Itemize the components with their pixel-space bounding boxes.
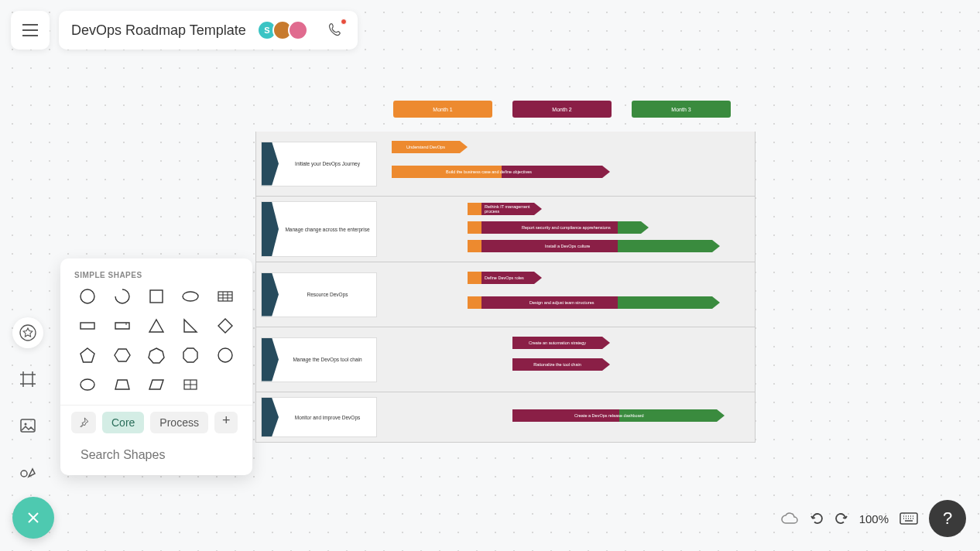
tab-add[interactable]: +: [214, 412, 238, 433]
shapes-panel-heading: SIMPLE SHAPES: [60, 271, 252, 287]
bar-team-structures[interactable]: Design and adjust team structures: [468, 296, 712, 309]
avatar-3[interactable]: [288, 20, 308, 40]
svg-rect-7: [218, 292, 232, 301]
shapes-tool[interactable]: [12, 317, 43, 348]
hamburger-icon: [22, 24, 38, 36]
shape-hexagon[interactable]: [108, 346, 135, 364]
frame-tool[interactable]: [12, 364, 43, 395]
freehand-icon: [19, 463, 37, 481]
shape-rounded[interactable]: [74, 375, 101, 394]
frame-icon: [19, 370, 37, 388]
shape-trapezoid[interactable]: [108, 375, 135, 394]
title-card: DevOps Roadmap Template S: [59, 11, 358, 50]
image-tool[interactable]: [12, 410, 43, 441]
bar-understand-devops[interactable]: Understand DevOps: [392, 141, 460, 153]
swimlane-4[interactable]: Manage the DevOps tool chain Create an a…: [255, 327, 756, 392]
svg-rect-8: [81, 323, 94, 329]
svg-point-3: [21, 471, 27, 477]
cloud-icon: [780, 512, 799, 525]
document-title[interactable]: DevOps Roadmap Template: [71, 22, 246, 39]
bar-rationalize-tools[interactable]: Rationalize the tool chain: [512, 358, 602, 371]
close-panel-button[interactable]: [12, 497, 54, 539]
bar-report-security[interactable]: Report security and compliance apprehens…: [468, 221, 641, 234]
shape-square[interactable]: [143, 287, 170, 306]
tab-core[interactable]: Core: [102, 412, 144, 433]
month-2-header[interactable]: Month 2: [512, 101, 612, 118]
keyboard-icon: [899, 512, 918, 525]
swimlane-1[interactable]: Initiate your DevOps Journey Understand …: [255, 132, 756, 197]
tab-process[interactable]: Process: [150, 412, 208, 433]
svg-rect-5: [150, 290, 163, 303]
help-button[interactable]: ?: [929, 500, 966, 537]
swimlane-3[interactable]: Resource DevOps Define DevOps roles Desi…: [255, 262, 756, 327]
shape-parallelogram[interactable]: [143, 375, 170, 394]
keyboard-button[interactable]: [899, 512, 918, 525]
shape-diamond[interactable]: [212, 317, 238, 335]
pin-tab[interactable]: [71, 412, 96, 433]
shape-heptagon[interactable]: [143, 346, 170, 364]
svg-rect-1: [21, 419, 35, 432]
call-button[interactable]: [325, 20, 345, 40]
cloud-sync-button[interactable]: [780, 512, 799, 525]
redo-button[interactable]: [834, 512, 848, 525]
shape-arc[interactable]: [108, 287, 135, 306]
undo-icon: [810, 512, 824, 525]
pin-icon: [77, 416, 90, 429]
svg-point-10: [81, 379, 94, 390]
svg-point-4: [81, 289, 94, 303]
shape-circle[interactable]: [74, 287, 101, 306]
shape-grid[interactable]: [177, 375, 204, 394]
hamburger-menu[interactable]: [11, 11, 50, 50]
row1-label: Initiate your DevOps Journey: [279, 161, 376, 166]
shape-right-triangle[interactable]: [177, 317, 204, 335]
close-icon: [26, 510, 41, 525]
swimlane-2[interactable]: Manage change across the enterprise Reth…: [255, 197, 756, 262]
month-3-header[interactable]: Month 3: [632, 101, 731, 118]
row2-label: Manage change across the enterprise: [279, 227, 376, 232]
bar-release-dashboard[interactable]: Create a DevOps release dashboard: [512, 409, 717, 422]
bar-install-culture[interactable]: Install a DevOps culture: [468, 240, 712, 252]
row4-label: Manage the DevOps tool chain: [279, 357, 376, 362]
shape-pentagon[interactable]: [74, 346, 101, 364]
shape-ellipse[interactable]: [177, 287, 204, 306]
search-shapes-input[interactable]: [81, 448, 235, 462]
bar-define-roles[interactable]: Define DevOps roles: [468, 272, 534, 284]
svg-point-2: [25, 423, 27, 426]
shape-decagon[interactable]: [212, 346, 238, 364]
shapes-panel: SIMPLE SHAPES Core Process +: [60, 258, 252, 475]
shape-card[interactable]: [108, 317, 135, 335]
zoom-level[interactable]: 100%: [859, 512, 889, 525]
roadmap-board[interactable]: Month 1 Month 2 Month 3 Initiate your De…: [255, 101, 756, 443]
collaborator-avatars: S: [257, 20, 308, 40]
bar-automation-strategy[interactable]: Create an automation strategy: [512, 337, 602, 349]
undo-button[interactable]: [810, 512, 824, 525]
shape-octagon[interactable]: [177, 346, 204, 364]
bar-business-case[interactable]: Build the business case and define objec…: [392, 166, 602, 178]
shape-rect-h[interactable]: [74, 317, 101, 335]
redo-icon: [834, 512, 848, 525]
star-shape-icon: [19, 323, 37, 342]
call-notification-dot: [341, 19, 347, 25]
svg-point-6: [183, 292, 198, 301]
shape-table[interactable]: [212, 287, 238, 306]
freehand-tool[interactable]: [12, 457, 43, 488]
svg-point-9: [218, 348, 232, 362]
row5-label: Monitor and improve DevOps: [279, 415, 376, 420]
row3-label: Resource DevOps: [279, 292, 376, 297]
bar-rethink-it[interactable]: Rethink IT management process: [468, 203, 534, 215]
month-1-header[interactable]: Month 1: [393, 101, 492, 118]
swimlane-5[interactable]: Monitor and improve DevOps Create a DevO…: [255, 392, 756, 443]
image-icon: [19, 416, 37, 435]
shape-triangle[interactable]: [143, 317, 170, 335]
phone-icon: [327, 22, 343, 38]
